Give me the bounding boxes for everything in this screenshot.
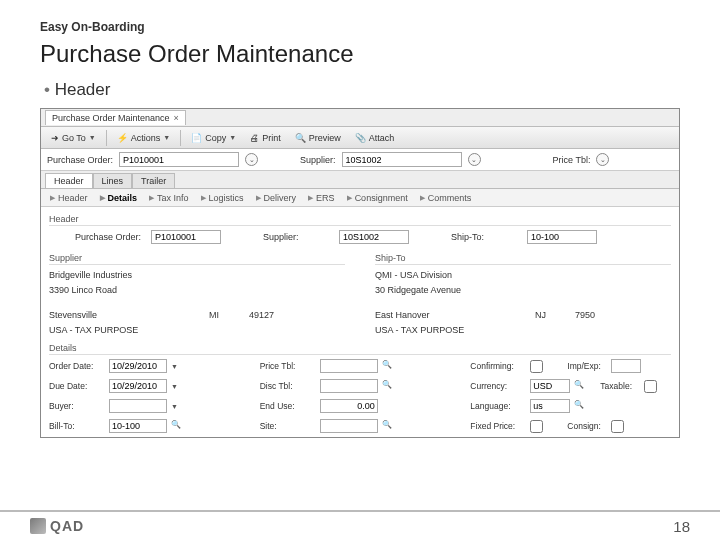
billto-input[interactable]: [109, 419, 167, 433]
triangle-icon: ▶: [201, 194, 206, 202]
chevron-down-icon[interactable]: ▼: [171, 383, 181, 390]
supplier-name: Bridgeville Industries: [49, 267, 345, 282]
nav-tax[interactable]: ▶Tax Info: [144, 192, 194, 204]
chevron-down-icon: ▼: [89, 134, 96, 141]
orderdate-input[interactable]: [109, 359, 167, 373]
disctbl-input[interactable]: [320, 379, 378, 393]
copy-icon: 📄: [191, 133, 202, 143]
triangle-icon: ▶: [347, 194, 352, 202]
nav-comments[interactable]: ▶Comments: [415, 192, 477, 204]
search-icon[interactable]: 🔍: [382, 420, 394, 432]
taxable-checkbox[interactable]: [644, 380, 657, 393]
context-supplier-label: Supplier:: [300, 155, 336, 165]
lookup-icon[interactable]: ⌄: [468, 153, 481, 166]
search-icon[interactable]: 🔍: [382, 380, 394, 392]
language-label: Language:: [470, 401, 526, 411]
actions-button[interactable]: ⚡Actions▼: [111, 130, 176, 146]
nav-label: Comments: [428, 193, 472, 203]
impexp-label: Imp/Exp:: [567, 361, 607, 371]
po-input[interactable]: [151, 230, 221, 244]
close-icon[interactable]: ×: [174, 113, 179, 123]
copy-button[interactable]: 📄Copy▼: [185, 130, 242, 146]
chevron-down-icon: ▼: [163, 134, 170, 141]
tab-lines[interactable]: Lines: [93, 173, 133, 188]
supplier-city: Stevensville: [49, 310, 209, 320]
nav-header[interactable]: ▶Header: [45, 192, 93, 204]
preview-label: Preview: [309, 133, 341, 143]
nav-label: Tax Info: [157, 193, 189, 203]
tab-header[interactable]: Header: [45, 173, 93, 188]
nav-label: ERS: [316, 193, 335, 203]
print-button[interactable]: 🖨Print: [244, 130, 287, 146]
nav-label: Details: [108, 193, 138, 203]
orderdate-label: Order Date:: [49, 361, 105, 371]
lightning-icon: ⚡: [117, 133, 128, 143]
section-details: Details: [49, 343, 671, 355]
currency-input[interactable]: [530, 379, 570, 393]
attach-icon: 📎: [355, 133, 366, 143]
triangle-icon: ▶: [308, 194, 313, 202]
buyer-input[interactable]: [109, 399, 167, 413]
context-po-input[interactable]: [119, 152, 239, 167]
lookup-icon[interactable]: ⌄: [245, 153, 258, 166]
pricetbl-input[interactable]: [320, 359, 378, 373]
chevron-down-icon[interactable]: ▼: [171, 363, 181, 370]
print-label: Print: [262, 133, 281, 143]
main-tabs: Header Lines Trailer: [41, 171, 679, 189]
shipto-name: QMI - USA Division: [375, 267, 671, 282]
supplier-input[interactable]: [339, 230, 409, 244]
nav-consignment[interactable]: ▶Consignment: [342, 192, 413, 204]
context-row: Purchase Order: ⌄ Supplier: ⌄ Price Tbl:…: [41, 149, 679, 171]
context-po-label: Purchase Order:: [47, 155, 113, 165]
nav-label: Delivery: [264, 193, 297, 203]
context-supplier-input[interactable]: [342, 152, 462, 167]
shipto-zip: 7950: [575, 310, 595, 320]
lookup-icon[interactable]: ⌄: [596, 153, 609, 166]
fixedprice-label: Fixed Price:: [470, 421, 526, 431]
chevron-down-icon[interactable]: ▼: [171, 403, 181, 410]
po-label: Purchase Order:: [75, 232, 145, 242]
nav-label: Header: [58, 193, 88, 203]
language-input[interactable]: [530, 399, 570, 413]
consign-checkbox[interactable]: [611, 420, 624, 433]
enduse-label: End Use:: [260, 401, 316, 411]
taxable-label: Taxable:: [600, 381, 640, 391]
section-header: Header: [49, 214, 671, 226]
shipto-input[interactable]: [527, 230, 597, 244]
search-icon[interactable]: 🔍: [171, 420, 183, 432]
goto-button[interactable]: ➜Go To▼: [45, 130, 102, 146]
brand-text: QAD: [50, 518, 84, 534]
logo-icon: [30, 518, 46, 534]
site-label: Site:: [260, 421, 316, 431]
copy-label: Copy: [205, 133, 226, 143]
enduse-input[interactable]: [320, 399, 378, 413]
nav-delivery[interactable]: ▶Delivery: [251, 192, 302, 204]
triangle-icon: ▶: [256, 194, 261, 202]
duedate-input[interactable]: [109, 379, 167, 393]
search-icon[interactable]: 🔍: [574, 380, 586, 392]
supplier-zip: 49127: [249, 310, 274, 320]
site-input[interactable]: [320, 419, 378, 433]
impexp-input[interactable]: [611, 359, 641, 373]
confirming-checkbox[interactable]: [530, 360, 543, 373]
context-pricetbl-label: Price Tbl:: [553, 155, 591, 165]
nav-logistics[interactable]: ▶Logistics: [196, 192, 249, 204]
nav-label: Consignment: [355, 193, 408, 203]
toolbar: ➜Go To▼ ⚡Actions▼ 📄Copy▼ 🖨Print 🔍Preview…: [41, 127, 679, 149]
separator: [106, 130, 107, 146]
fixedprice-checkbox[interactable]: [530, 420, 543, 433]
shipto-city-row: East Hanover NJ 7950: [375, 307, 671, 322]
attach-label: Attach: [369, 133, 395, 143]
shipto-state: NJ: [535, 310, 575, 320]
tab-trailer[interactable]: Trailer: [132, 173, 175, 188]
search-icon[interactable]: 🔍: [382, 360, 394, 372]
slide-bullet: Header: [44, 80, 680, 100]
consign-label: Consign:: [567, 421, 607, 431]
window-tab[interactable]: Purchase Order Maintenance ×: [45, 110, 186, 125]
attach-button[interactable]: 📎Attach: [349, 130, 401, 146]
nav-ers[interactable]: ▶ERS: [303, 192, 340, 204]
search-icon[interactable]: 🔍: [574, 400, 586, 412]
nav-details[interactable]: ▶Details: [95, 192, 143, 204]
slide-title: Purchase Order Maintenance: [40, 40, 680, 68]
preview-button[interactable]: 🔍Preview: [289, 130, 347, 146]
